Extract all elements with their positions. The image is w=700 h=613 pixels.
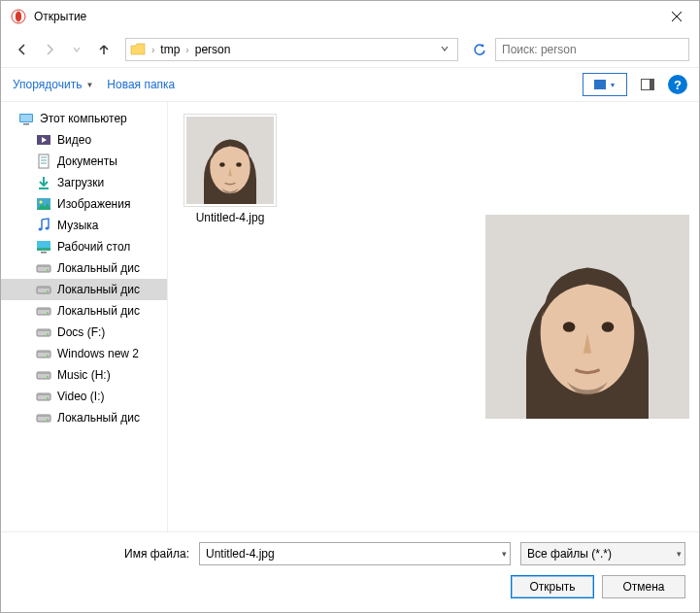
- thumbnail-icon: [594, 80, 606, 89]
- tree-item[interactable]: Docs (F:): [1, 322, 167, 343]
- tree-item-label: Этот компьютер: [40, 112, 127, 125]
- drive-icon: [36, 389, 51, 404]
- tree-item[interactable]: Изображения: [1, 193, 167, 215]
- tree-item[interactable]: Video (I:): [1, 386, 167, 407]
- filter-display: Все файлы (*.*): [520, 542, 685, 565]
- file-thumbnail: [183, 114, 277, 207]
- up-button[interactable]: [92, 38, 116, 61]
- close-button[interactable]: [654, 1, 699, 32]
- chevron-right-icon: ›: [150, 45, 156, 55]
- svg-rect-29: [37, 308, 50, 310]
- svg-rect-20: [37, 248, 50, 251]
- search-input[interactable]: [495, 38, 689, 61]
- tree-item[interactable]: Этот компьютер: [1, 108, 167, 129]
- tree-item[interactable]: Локальный дис: [1, 279, 167, 300]
- opera-icon: [11, 9, 26, 24]
- svg-rect-8: [23, 123, 29, 125]
- tree-item[interactable]: Видео: [1, 129, 167, 151]
- file-list[interactable]: Untitled-4.jpg: [168, 102, 476, 531]
- help-button[interactable]: ?: [668, 75, 687, 94]
- tree-item[interactable]: Локальный дис: [1, 300, 167, 322]
- open-file-dialog: Открытие › tmp › person Упорядочить▼ Нов…: [0, 0, 700, 613]
- tree-item-label: Изображения: [57, 197, 130, 211]
- cancel-button[interactable]: Отмена: [602, 575, 685, 598]
- tree-item-label: Локальный дис: [57, 261, 140, 275]
- tree-item[interactable]: Рабочий стол: [1, 236, 167, 257]
- preview-pane: [476, 102, 699, 531]
- breadcrumb-dropdown[interactable]: [436, 43, 453, 56]
- organize-menu[interactable]: Упорядочить▼: [13, 78, 93, 91]
- drive-icon: [36, 324, 51, 340]
- svg-point-42: [47, 397, 49, 399]
- breadcrumb-segment[interactable]: person: [191, 43, 235, 56]
- tree-item[interactable]: Загрузки: [1, 172, 167, 193]
- drive-icon: [36, 346, 51, 361]
- filetype-filter[interactable]: Все файлы (*.*) ▾: [520, 542, 685, 565]
- filename-input[interactable]: [199, 542, 511, 565]
- refresh-button[interactable]: [468, 38, 491, 61]
- tree-item[interactable]: Музыка: [1, 215, 167, 236]
- tree-item-label: Рабочий стол: [57, 240, 130, 254]
- drive-icon: [36, 410, 51, 426]
- breadcrumb-segment[interactable]: tmp: [156, 43, 183, 56]
- tree-item-label: Video (I:): [57, 390, 104, 403]
- tree-item[interactable]: Windows new 2: [1, 343, 167, 364]
- footer: Имя файла: ▾ Все файлы (*.*) ▾ Открыть О…: [1, 531, 699, 612]
- drive-icon: [36, 303, 51, 319]
- new-folder-button[interactable]: Новая папка: [107, 78, 175, 91]
- navigation-tree[interactable]: Этот компьютерВидеоДокументыЗагрузкиИзоб…: [1, 102, 168, 531]
- tree-item[interactable]: Локальный дис: [1, 407, 167, 428]
- tree-item-label: Локальный дис: [57, 283, 140, 296]
- titlebar: Открытие: [1, 1, 699, 32]
- svg-point-33: [47, 333, 49, 335]
- chevron-down-icon: ▼: [610, 82, 617, 88]
- svg-point-17: [39, 228, 43, 231]
- content-area: Untitled-4.jpg: [168, 102, 699, 531]
- back-button[interactable]: [11, 38, 34, 61]
- tree-item[interactable]: Music (H:): [1, 364, 167, 386]
- breadcrumb[interactable]: › tmp › person: [125, 38, 458, 61]
- video-icon: [36, 132, 51, 148]
- svg-rect-44: [37, 415, 50, 417]
- tree-item-label: Music (H:): [57, 368, 111, 382]
- music-icon: [36, 218, 51, 233]
- docs-icon: [36, 153, 51, 169]
- open-button[interactable]: Открыть: [511, 575, 594, 598]
- file-item[interactable]: Untitled-4.jpg: [180, 114, 281, 224]
- svg-point-45: [47, 419, 49, 421]
- tree-item-label: Локальный дис: [57, 411, 140, 425]
- tree-item-label: Загрузки: [57, 176, 104, 189]
- svg-point-24: [47, 269, 49, 271]
- dialog-body: Этот компьютерВидеоДокументыЗагрузкиИзоб…: [1, 102, 699, 531]
- svg-rect-41: [37, 393, 50, 395]
- filename-combo[interactable]: ▾: [199, 542, 511, 565]
- preview-image: [485, 215, 689, 419]
- view-mode-button[interactable]: ▼: [583, 73, 627, 96]
- svg-point-27: [47, 290, 49, 292]
- img-icon: [36, 196, 51, 212]
- folder-icon: [130, 42, 146, 57]
- new-folder-label: Новая папка: [107, 78, 175, 91]
- svg-point-36: [47, 355, 49, 357]
- tree-item[interactable]: Локальный дис: [1, 257, 167, 279]
- nav-bar: › tmp › person: [1, 32, 699, 67]
- tree-item-label: Документы: [57, 154, 117, 168]
- tree-item-label: Windows new 2: [57, 347, 139, 360]
- organize-label: Упорядочить: [13, 78, 82, 91]
- file-name: Untitled-4.jpg: [196, 211, 265, 224]
- tree-item[interactable]: Документы: [1, 151, 167, 172]
- forward-button[interactable]: [38, 38, 61, 61]
- tree-item-label: Docs (F:): [57, 325, 105, 339]
- svg-point-30: [47, 312, 49, 314]
- svg-point-18: [46, 227, 50, 230]
- down-icon: [36, 175, 51, 190]
- desk-icon: [36, 239, 51, 255]
- tree-item-label: Локальный дис: [57, 304, 140, 318]
- tree-item-label: Видео: [57, 133, 91, 147]
- recent-dropdown[interactable]: [65, 38, 88, 61]
- dialog-title: Открытие: [34, 10, 654, 23]
- drive-icon: [36, 367, 51, 383]
- svg-rect-38: [37, 372, 50, 374]
- svg-rect-21: [41, 252, 47, 254]
- preview-pane-toggle[interactable]: [635, 73, 660, 96]
